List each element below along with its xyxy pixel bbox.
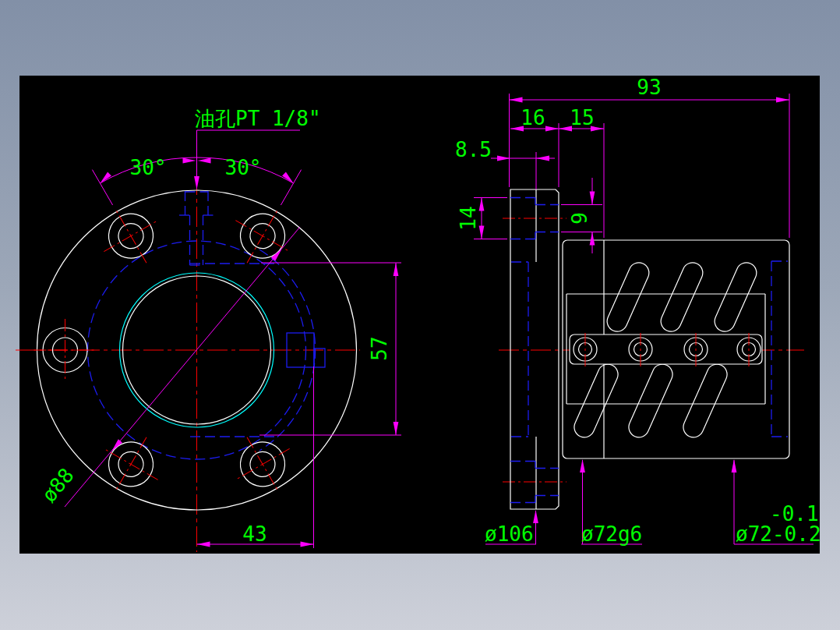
dim-text-72g6: ø72g6	[581, 522, 642, 546]
dim-text-14: 14	[457, 206, 480, 230]
dim-text-16: 16	[521, 106, 545, 129]
dim-text-43: 43	[242, 522, 266, 546]
dim-text-57: 57	[368, 336, 391, 360]
dim-text-9: 9	[568, 212, 591, 225]
oil-hole-note: 油孔PT 1/8"	[195, 107, 321, 130]
dim-text-93: 93	[637, 76, 661, 99]
retainer-band	[570, 333, 762, 366]
drawing-canvas[interactable]: ø88 30° 30° 油孔PT 1/8"	[0, 0, 840, 630]
drawing-area	[19, 76, 820, 554]
dim-text-106: ø106	[485, 522, 534, 546]
dim-text-72-tol-lower: ø72-0.2	[736, 522, 821, 546]
dim-text-angle-left: 30°	[130, 156, 167, 179]
dim-text-angle-right: 30°	[225, 156, 262, 179]
dim-text-8-5: 8.5	[455, 138, 492, 161]
dim-text-15: 15	[570, 106, 594, 129]
